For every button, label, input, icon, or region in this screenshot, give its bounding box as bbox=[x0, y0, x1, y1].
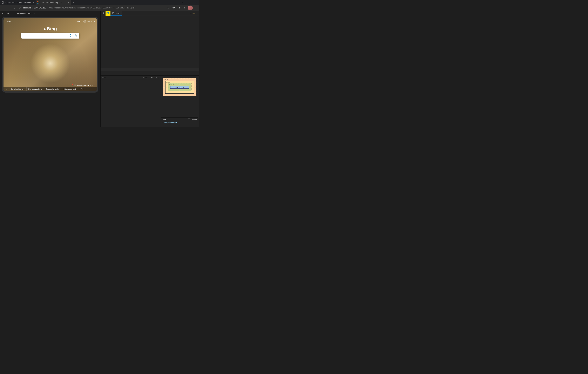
styles-filter-input[interactable] bbox=[101, 77, 141, 79]
svg-rect-2 bbox=[39, 1, 39, 2]
svg-rect-3 bbox=[37, 3, 38, 3]
inspect-element-icon[interactable] bbox=[101, 11, 105, 16]
devtools-menu-icon[interactable]: ⋯ bbox=[196, 12, 198, 14]
new-rule-button[interactable]: ＋ bbox=[154, 76, 158, 79]
news-item[interactable]: Father might testify bbox=[62, 87, 79, 91]
page-preview-pane: ← → ↻ https://www.bing.com/ Images Conno… bbox=[0, 11, 100, 127]
news-item[interactable]: Debate winners, losers bbox=[44, 87, 62, 91]
news-item[interactable]: ⌄ bbox=[3, 87, 9, 91]
image-caption[interactable]: Harvest season begins bbox=[74, 84, 91, 86]
devtools-tabbar: Elements » ⚠ 6 ⋯ bbox=[101, 11, 199, 16]
devtools-pane: Elements » ⚠ 6 ⋯ :hov .cls ＋ ◢ bbox=[100, 11, 199, 127]
preview-reload-icon[interactable]: ↻ bbox=[11, 12, 15, 14]
computed-filter-label[interactable]: Filter bbox=[163, 118, 166, 120]
edge-icon bbox=[37, 1, 40, 4]
styles-subtabs bbox=[101, 71, 199, 76]
person-icon[interactable]: ⎋ bbox=[182, 6, 187, 10]
new-tab-button[interactable]: + bbox=[71, 1, 76, 4]
search-icon[interactable]: 🔍 bbox=[74, 34, 78, 37]
device-frame: Images Connor 895⚙ ≡ Bing ⛶ 🔍 📍 bbox=[2, 17, 98, 93]
prev-icon[interactable]: ‹ bbox=[92, 84, 93, 86]
rendered-page[interactable]: Images Connor 895⚙ ≡ Bing ⛶ 🔍 📍 bbox=[3, 18, 97, 91]
favorites-bar-icon[interactable]: ✩≡ bbox=[171, 6, 176, 10]
profile-avatar[interactable] bbox=[188, 6, 193, 10]
news-strip[interactable]: ⌄Signed and deliveredNew 'caravan' forms… bbox=[3, 87, 97, 91]
svg-rect-7 bbox=[108, 13, 109, 14]
show-all-checkbox[interactable] bbox=[188, 118, 190, 120]
warning-badge[interactable]: ⚠ 6 bbox=[192, 12, 195, 14]
devtools-tab-elements[interactable]: Elements bbox=[110, 11, 122, 16]
user-name[interactable]: Connor bbox=[77, 21, 83, 22]
bing-search-input[interactable]: ⛶ 🔍 bbox=[21, 33, 79, 39]
page-icon bbox=[1, 1, 4, 4]
svg-rect-1 bbox=[37, 1, 38, 2]
info-icon: ⓘ bbox=[19, 7, 21, 9]
news-item[interactable]: Am bbox=[79, 87, 97, 91]
preview-back-icon[interactable]: ← bbox=[1, 12, 5, 14]
bing-logo: Bing bbox=[43, 26, 57, 31]
box-content-size: 498.531 × 18 bbox=[170, 86, 189, 89]
preview-forward-icon[interactable]: → bbox=[6, 12, 10, 14]
menu-icon[interactable]: ⋯ bbox=[193, 6, 199, 10]
computed-property[interactable]: ▸ background-color bbox=[161, 121, 198, 124]
close-tab-icon[interactable]: ✕ bbox=[32, 1, 34, 4]
svg-rect-4 bbox=[39, 3, 39, 3]
favorite-star-icon[interactable]: ☆ bbox=[166, 6, 171, 10]
preview-url[interactable]: https://www.bing.com/ bbox=[17, 12, 35, 14]
reload-button[interactable]: ↻ bbox=[12, 6, 17, 10]
breadcrumb[interactable] bbox=[101, 68, 199, 71]
camera-icon[interactable]: ⛶ bbox=[70, 34, 73, 37]
location-icon: 📍 bbox=[71, 84, 73, 86]
expand-icon[interactable]: ◢ bbox=[158, 77, 160, 78]
svg-rect-0 bbox=[2, 1, 3, 3]
tab-title: DevTools - www.bing.com/ bbox=[41, 1, 63, 4]
browser-addressbar: ← → ↻ ⓘ Not secure | 10.68.241.216:50080… bbox=[0, 5, 199, 11]
user-avatar-icon[interactable] bbox=[83, 20, 86, 23]
news-item[interactable]: Signed and delivered bbox=[9, 87, 27, 91]
css-rules-list[interactable] bbox=[101, 80, 160, 127]
elements-dom-tree[interactable] bbox=[101, 16, 199, 68]
close-tab-icon[interactable]: ✕ bbox=[68, 1, 69, 4]
close-window-button[interactable]: ✕ bbox=[193, 0, 199, 5]
maximize-button[interactable]: ▢ bbox=[186, 0, 193, 5]
hov-toggle[interactable]: :hov bbox=[141, 77, 148, 79]
more-tabs-icon[interactable]: » bbox=[190, 12, 191, 14]
next-icon[interactable]: › bbox=[94, 84, 94, 86]
back-button[interactable]: ← bbox=[1, 6, 6, 10]
browser-tab-0[interactable]: Inspect with Chrome Developer ✕ bbox=[0, 0, 36, 5]
box-model: margin ––10– border –––– padding –––– 49… bbox=[160, 76, 199, 127]
rewards-points[interactable]: 895 bbox=[87, 21, 90, 22]
device-toolbar-icon[interactable] bbox=[105, 11, 110, 16]
window-titlebar: Inspect with Chrome Developer ✕ DevTools… bbox=[0, 0, 199, 5]
forward-button[interactable]: → bbox=[6, 6, 11, 10]
browser-tab-1[interactable]: DevTools - www.bing.com/ ✕ bbox=[36, 0, 71, 5]
news-item[interactable]: New 'caravan' forms bbox=[27, 87, 44, 91]
tab-title: Inspect with Chrome Developer bbox=[5, 1, 31, 4]
hamburger-icon[interactable]: ≡ bbox=[94, 21, 95, 22]
collections-icon[interactable]: ⧉ bbox=[177, 6, 182, 10]
rewards-icon: ⚙ bbox=[91, 21, 93, 22]
cls-toggle[interactable]: .cls bbox=[148, 77, 154, 79]
minimize-button[interactable]: — bbox=[179, 0, 186, 5]
nav-images[interactable]: Images bbox=[6, 21, 11, 22]
url-input[interactable]: ⓘ Not secure | 10.68.241.216:50080/msedg… bbox=[18, 6, 165, 10]
security-label: Not secure bbox=[22, 7, 31, 9]
